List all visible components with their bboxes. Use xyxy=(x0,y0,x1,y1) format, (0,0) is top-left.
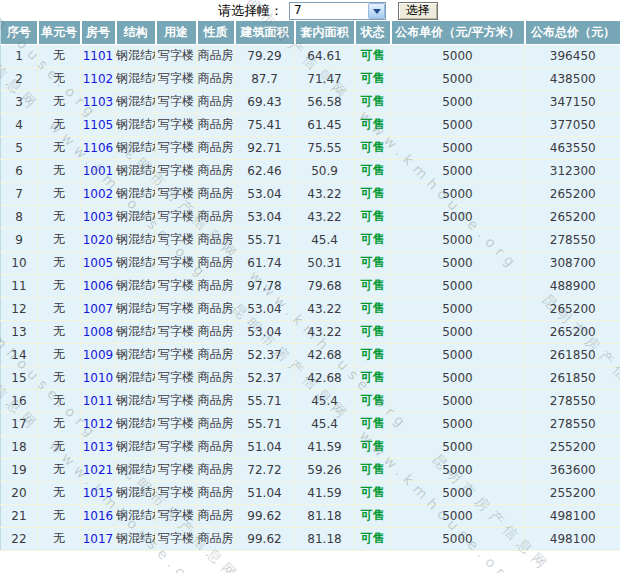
cell-unit: 无 xyxy=(38,389,81,412)
select-button[interactable]: 选择 xyxy=(398,2,438,20)
room-link[interactable]: 1007 xyxy=(81,297,116,320)
cell-structure: 钢混结构 xyxy=(116,274,156,297)
cell-build_area: 51.04 xyxy=(235,435,295,458)
dropdown-arrow-icon[interactable] xyxy=(368,3,385,19)
column-header-5: 性质 xyxy=(197,21,235,44)
cell-unit: 无 xyxy=(38,435,81,458)
cell-seq: 4 xyxy=(1,113,38,136)
cell-seq: 2 xyxy=(1,67,38,90)
cell-nature: 商品房 xyxy=(197,228,235,251)
cell-unit_price: 5000 xyxy=(391,343,525,366)
room-link[interactable]: 1010 xyxy=(81,366,116,389)
cell-nature: 商品房 xyxy=(197,44,235,67)
cell-status: 可售 xyxy=(355,481,391,504)
room-link[interactable]: 1011 xyxy=(81,389,116,412)
cell-inner_area: 43.22 xyxy=(295,297,355,320)
column-header-2: 房号 xyxy=(81,21,116,44)
cell-usage: 写字楼 xyxy=(156,136,197,159)
room-link[interactable]: 1009 xyxy=(81,343,116,366)
cell-status: 可售 xyxy=(355,274,391,297)
cell-usage: 写字楼 xyxy=(156,297,197,320)
cell-structure: 钢混结构 xyxy=(116,136,156,159)
cell-build_area: 62.46 xyxy=(235,159,295,182)
table-row: 17无1012钢混结构写字楼商品房55.7145.4可售5000278550 xyxy=(1,412,620,435)
room-link[interactable]: 1003 xyxy=(81,205,116,228)
cell-unit: 无 xyxy=(38,458,81,481)
room-link[interactable]: 1002 xyxy=(81,182,116,205)
cell-usage: 写字楼 xyxy=(156,205,197,228)
cell-unit_price: 5000 xyxy=(391,44,525,67)
cell-inner_area: 81.18 xyxy=(295,504,355,527)
table-row: 3无1103钢混结构写字楼商品房69.4356.58可售5000347150 xyxy=(1,90,620,113)
cell-inner_area: 45.4 xyxy=(295,412,355,435)
cell-unit: 无 xyxy=(38,44,81,67)
cell-nature: 商品房 xyxy=(197,251,235,274)
cell-build_area: 79.29 xyxy=(235,44,295,67)
cell-total_price: 308700 xyxy=(525,251,620,274)
cell-build_area: 87.7 xyxy=(235,67,295,90)
room-link[interactable]: 1012 xyxy=(81,412,116,435)
cell-structure: 钢混结构 xyxy=(116,67,156,90)
room-link[interactable]: 1103 xyxy=(81,90,116,113)
room-link[interactable]: 1017 xyxy=(81,527,116,550)
room-link[interactable]: 1101 xyxy=(81,44,116,67)
cell-build_area: 53.04 xyxy=(235,182,295,205)
cell-structure: 钢混结构 xyxy=(116,320,156,343)
room-link[interactable]: 1015 xyxy=(81,481,116,504)
cell-unit_price: 5000 xyxy=(391,90,525,113)
cell-nature: 商品房 xyxy=(197,159,235,182)
table-row: 21无1016钢混结构写字楼商品房99.6281.18可售5000498100 xyxy=(1,504,620,527)
cell-build_area: 72.72 xyxy=(235,458,295,481)
cell-unit_price: 5000 xyxy=(391,274,525,297)
cell-unit_price: 5000 xyxy=(391,136,525,159)
cell-total_price: 498100 xyxy=(525,504,620,527)
building-dropdown[interactable]: 7 xyxy=(289,2,386,20)
cell-seq: 22 xyxy=(1,527,38,550)
cell-seq: 13 xyxy=(1,320,38,343)
cell-usage: 写字楼 xyxy=(156,274,197,297)
table-row: 7无1002钢混结构写字楼商品房53.0443.22可售5000265200 xyxy=(1,182,620,205)
cell-usage: 写字楼 xyxy=(156,343,197,366)
cell-build_area: 69.43 xyxy=(235,90,295,113)
cell-inner_area: 43.22 xyxy=(295,182,355,205)
column-header-8: 状态 xyxy=(355,21,391,44)
cell-seq: 20 xyxy=(1,481,38,504)
room-link[interactable]: 1105 xyxy=(81,113,116,136)
cell-inner_area: 59.26 xyxy=(295,458,355,481)
cell-usage: 写字楼 xyxy=(156,527,197,550)
cell-usage: 写字楼 xyxy=(156,182,197,205)
cell-status: 可售 xyxy=(355,320,391,343)
cell-status: 可售 xyxy=(355,343,391,366)
room-link[interactable]: 1013 xyxy=(81,435,116,458)
cell-total_price: 255200 xyxy=(525,435,620,458)
cell-unit: 无 xyxy=(38,182,81,205)
cell-unit: 无 xyxy=(38,113,81,136)
cell-total_price: 438500 xyxy=(525,67,620,90)
column-header-6: 建筑面积 xyxy=(235,21,295,44)
cell-structure: 钢混结构 xyxy=(116,527,156,550)
room-link[interactable]: 1106 xyxy=(81,136,116,159)
cell-structure: 钢混结构 xyxy=(116,366,156,389)
cell-seq: 19 xyxy=(1,458,38,481)
room-link[interactable]: 1020 xyxy=(81,228,116,251)
room-link[interactable]: 1008 xyxy=(81,320,116,343)
cell-inner_area: 41.59 xyxy=(295,481,355,504)
room-link[interactable]: 1102 xyxy=(81,67,116,90)
table-row: 1无1101钢混结构写字楼商品房79.2964.61可售5000396450 xyxy=(1,44,620,67)
table-row: 20无1015钢混结构写字楼商品房51.0441.59可售5000255200 xyxy=(1,481,620,504)
cell-inner_area: 41.59 xyxy=(295,435,355,458)
cell-seq: 7 xyxy=(1,182,38,205)
cell-unit: 无 xyxy=(38,67,81,90)
cell-nature: 商品房 xyxy=(197,343,235,366)
table-row: 5无1106钢混结构写字楼商品房92.7175.55可售5000463550 xyxy=(1,136,620,159)
cell-total_price: 396450 xyxy=(525,44,620,67)
room-link[interactable]: 1005 xyxy=(81,251,116,274)
cell-structure: 钢混结构 xyxy=(116,251,156,274)
cell-seq: 15 xyxy=(1,366,38,389)
cell-structure: 钢混结构 xyxy=(116,504,156,527)
room-link[interactable]: 1006 xyxy=(81,274,116,297)
room-link[interactable]: 1016 xyxy=(81,504,116,527)
room-link[interactable]: 1001 xyxy=(81,159,116,182)
column-header-7: 套内面积 xyxy=(295,21,355,44)
room-link[interactable]: 1021 xyxy=(81,458,116,481)
